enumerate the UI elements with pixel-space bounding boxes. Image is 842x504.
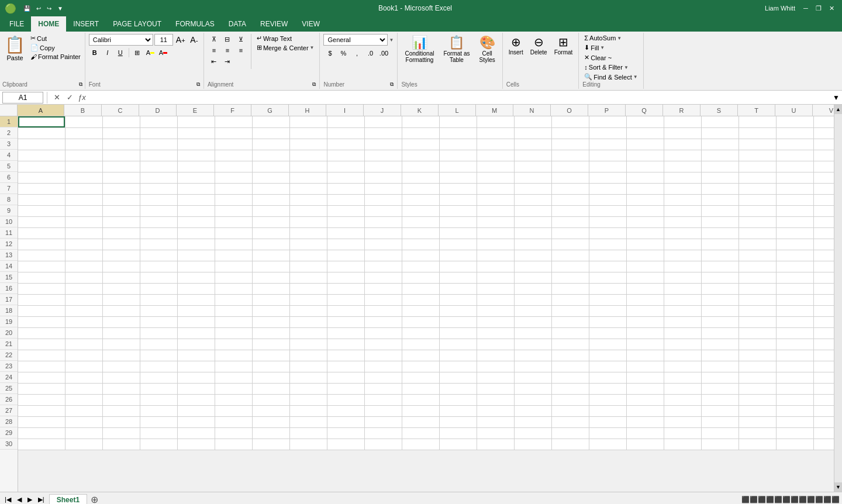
row-num-19[interactable]: 19 [0,316,18,327]
cell-F18[interactable] [215,305,252,316]
cell-V2[interactable] [813,127,834,139]
row-num-1[interactable]: 1 [0,116,18,127]
cell-T27[interactable] [739,405,776,416]
cell-C19[interactable] [102,316,140,327]
cell-Q24[interactable] [626,372,664,383]
cell-K30[interactable] [402,439,439,450]
cell-H16[interactable] [289,283,327,294]
cell-B12[interactable] [65,239,102,250]
row-num-10[interactable]: 10 [0,216,18,227]
col-header-P[interactable]: P [588,105,626,116]
cell-F20[interactable] [215,327,252,339]
cell-Q7[interactable] [626,183,664,194]
cell-Q21[interactable] [626,339,664,350]
cell-S21[interactable] [701,339,739,350]
cell-U18[interactable] [776,305,813,316]
cell-H13[interactable] [289,250,327,261]
cell-I14[interactable] [327,261,364,272]
formula-input[interactable] [88,92,830,103]
cell-R24[interactable] [664,372,701,383]
cell-J26[interactable] [364,394,402,405]
cell-G15[interactable] [252,272,289,283]
cell-T11[interactable] [739,227,776,239]
cell-D6[interactable] [140,172,177,183]
cell-T13[interactable] [739,250,776,261]
cell-U22[interactable] [776,350,813,361]
cell-V28[interactable] [813,416,834,427]
cell-U7[interactable] [776,183,813,194]
cell-O7[interactable] [551,183,589,194]
cell-J18[interactable] [364,305,402,316]
cell-K20[interactable] [402,327,439,339]
cell-C8[interactable] [102,194,140,205]
cell-L25[interactable] [439,383,477,394]
cell-N13[interactable] [514,250,551,261]
col-header-V[interactable]: V [813,105,834,116]
cell-D28[interactable] [140,416,177,427]
cell-T25[interactable] [739,383,776,394]
cell-H2[interactable] [289,127,327,139]
cell-K23[interactable] [402,361,439,372]
cell-I3[interactable] [327,139,364,150]
cell-M2[interactable] [477,127,514,139]
cell-Q1[interactable] [626,116,664,127]
cell-R25[interactable] [664,383,701,394]
cell-Q25[interactable] [626,383,664,394]
cell-F27[interactable] [215,405,252,416]
cell-S5[interactable] [701,161,739,172]
cell-E23[interactable] [177,361,215,372]
cell-M30[interactable] [477,439,514,450]
cell-H27[interactable] [289,405,327,416]
cell-K17[interactable] [402,294,439,305]
cell-O30[interactable] [551,439,589,450]
tab-page-layout[interactable]: PAGE LAYOUT [106,16,168,32]
cell-C26[interactable] [102,394,140,405]
cell-F17[interactable] [215,294,252,305]
cell-B23[interactable] [65,361,102,372]
cancel-formula-button[interactable]: ✕ [51,92,63,103]
align-center-button[interactable]: ≡ [221,45,234,56]
cell-L2[interactable] [439,127,477,139]
close-button[interactable]: ✕ [826,2,837,14]
cell-O17[interactable] [551,294,589,305]
row-num-3[interactable]: 3 [0,139,18,150]
cell-N4[interactable] [514,150,551,161]
cell-G8[interactable] [252,194,289,205]
cell-T1[interactable] [739,116,776,127]
row-num-25[interactable]: 25 [0,383,18,394]
insert-button[interactable]: ⊕ Insert [506,34,526,57]
cell-R17[interactable] [664,294,701,305]
col-header-K[interactable]: K [401,105,439,116]
scroll-up-button[interactable]: ▲ [834,105,842,114]
cell-E21[interactable] [177,339,215,350]
row-num-9[interactable]: 9 [0,205,18,216]
cell-P24[interactable] [589,372,626,383]
format-button[interactable]: ⊞ Format [552,34,575,57]
cell-S26[interactable] [701,394,739,405]
cell-C22[interactable] [102,350,140,361]
cell-I15[interactable] [327,272,364,283]
cell-K19[interactable] [402,316,439,327]
cell-J30[interactable] [364,439,402,450]
cell-L10[interactable] [439,216,477,227]
percent-button[interactable]: % [337,48,350,58]
cell-E15[interactable] [177,272,215,283]
cell-L28[interactable] [439,416,477,427]
cell-M14[interactable] [477,261,514,272]
cell-I17[interactable] [327,294,364,305]
cell-Q8[interactable] [626,194,664,205]
autosum-button[interactable]: Σ AutoSum ▼ [582,34,623,42]
cell-P30[interactable] [589,439,626,450]
cell-B26[interactable] [65,394,102,405]
cell-Q13[interactable] [626,250,664,261]
cell-K1[interactable] [402,116,439,127]
cell-S12[interactable] [701,239,739,250]
cell-O1[interactable] [551,116,589,127]
cell-C14[interactable] [102,261,140,272]
minimize-button[interactable]: ─ [800,2,812,14]
cell-C20[interactable] [102,327,140,339]
cell-H21[interactable] [289,339,327,350]
cell-K27[interactable] [402,405,439,416]
cell-P11[interactable] [589,227,626,239]
cell-F25[interactable] [215,383,252,394]
